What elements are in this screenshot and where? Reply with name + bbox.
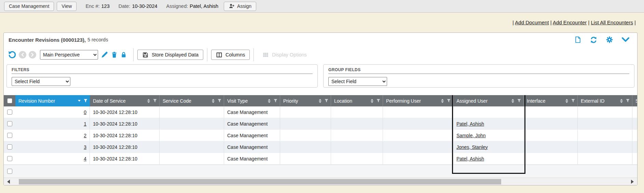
scroll-left-arrow-icon[interactable]	[7, 180, 10, 184]
column-header-interface[interactable]: Interface	[524, 95, 578, 106]
revision-link[interactable]: 3	[84, 144, 86, 150]
columns-icon	[216, 52, 222, 58]
edit-pencil-icon[interactable]	[101, 51, 108, 59]
filter-funnel-icon[interactable]	[274, 99, 277, 103]
scroll-right-arrow-icon[interactable]	[631, 180, 634, 184]
table-row: 210-30-2024 12:28:10Case ManagementSampl…	[4, 130, 637, 141]
sort-icon[interactable]	[319, 99, 321, 103]
column-header-location[interactable]: Location	[331, 95, 383, 106]
header-checkbox-cell	[4, 95, 15, 106]
row-checkbox-cell	[4, 118, 15, 129]
filter-funnel-icon[interactable]	[626, 99, 630, 103]
column-label: Location	[334, 98, 369, 104]
cell-s	[632, 153, 637, 164]
cell-date-of-service: 10-30-2024 12:28:10	[90, 141, 160, 153]
cell-revision: 4	[15, 153, 90, 164]
encounter-revisions-panel: Encounter Revisions (0000123), 5 records	[3, 33, 638, 185]
filters-select-field[interactable]: Select Field	[12, 77, 70, 86]
cell-external-id	[578, 141, 632, 153]
refresh-icon[interactable]	[590, 36, 598, 44]
filter-funnel-icon[interactable]	[447, 99, 451, 103]
filter-funnel-icon[interactable]	[376, 99, 380, 103]
cell-interface	[524, 118, 578, 129]
cell-visit-type: Case Management	[224, 141, 280, 153]
revision-link[interactable]: 2	[84, 133, 86, 138]
collapse-chevron-icon[interactable]	[621, 37, 630, 42]
sort-icon[interactable]	[147, 99, 150, 103]
assigned-user-link[interactable]: Patel, Ashish	[456, 156, 484, 162]
column-header-external-id[interactable]: External ID	[578, 95, 632, 106]
column-header-priority[interactable]: Priority	[280, 95, 331, 106]
toolbar-separator	[207, 48, 207, 61]
view-button[interactable]: View	[57, 2, 77, 11]
filter-funnel-icon[interactable]	[218, 99, 221, 103]
delete-trash-icon[interactable]	[111, 51, 118, 59]
grid-toolbar: Main Perspective	[4, 47, 637, 63]
assign-button[interactable]: Assign	[224, 2, 256, 11]
sort-icon[interactable]	[371, 99, 373, 103]
select-all-checkbox[interactable]	[7, 98, 12, 103]
revision-link[interactable]: 0	[84, 110, 86, 115]
sort-icon[interactable]	[511, 99, 514, 103]
sort-icon[interactable]	[268, 99, 271, 103]
new-row-checkbox[interactable]	[7, 169, 12, 174]
enc-number-value: 123	[101, 3, 110, 9]
perspective-select[interactable]: Main Perspective	[40, 50, 98, 60]
revision-link[interactable]: 4	[84, 156, 86, 162]
cell-performing-user	[383, 106, 453, 118]
action-link-list-all-encounters[interactable]: List All Encounters	[591, 20, 633, 25]
scrollbar-thumb[interactable]	[19, 179, 501, 184]
person-plus-icon	[229, 3, 235, 9]
cell-date-of-service: 10-30-2024 12:28:10	[90, 118, 160, 129]
column-header-performing-user[interactable]: Performing User	[383, 95, 453, 106]
display-options-label: Display Options	[272, 52, 307, 57]
prev-perspective-icon[interactable]	[19, 51, 26, 59]
sort-icon[interactable]	[441, 99, 444, 103]
new-document-icon[interactable]	[574, 36, 581, 43]
columns-button[interactable]: Columns	[211, 50, 250, 60]
revision-link[interactable]: 1	[84, 121, 86, 127]
columns-button-label: Columns	[225, 52, 245, 57]
column-header-visit-type[interactable]: Visit Type	[224, 95, 280, 106]
row-checkbox[interactable]	[7, 144, 12, 150]
sort-icon[interactable]	[565, 99, 568, 103]
column-label: Priority	[283, 98, 317, 104]
table-row: 010-30-2024 12:28:10Case Management	[4, 106, 637, 118]
assigned-user-link[interactable]: Sample, John	[456, 133, 486, 138]
horizontal-scrollbar[interactable]	[4, 178, 637, 185]
cell-performing-user	[383, 118, 453, 129]
sort-icon[interactable]	[620, 99, 623, 103]
column-header-revision-number[interactable]: Revision Number	[15, 95, 90, 106]
assigned-user-link[interactable]: Patel, Ashish	[456, 121, 484, 127]
cell-assigned-user: Sample, John	[453, 130, 524, 141]
sort-icon[interactable]	[212, 99, 215, 103]
filter-funnel-icon[interactable]	[571, 99, 575, 103]
sort-desc-icon[interactable]	[78, 100, 81, 102]
undo-icon[interactable]	[8, 51, 16, 59]
filter-funnel-icon[interactable]	[517, 99, 521, 103]
column-header-s[interactable]: S	[632, 95, 637, 106]
row-checkbox[interactable]	[7, 133, 12, 138]
store-displayed-data-button[interactable]: Store Displayed Data	[137, 50, 203, 60]
row-checkbox[interactable]	[7, 121, 12, 126]
row-checkbox[interactable]	[7, 110, 12, 115]
settings-gear-icon[interactable]	[606, 36, 613, 43]
column-header-service-code[interactable]: Service Code	[160, 95, 224, 106]
assigned-user-link[interactable]: Jones, Stanley	[456, 144, 488, 150]
group-fields-select-field[interactable]: Select Field	[328, 77, 387, 86]
case-management-button[interactable]: Case Management	[4, 2, 54, 11]
filter-funnel-icon[interactable]	[325, 99, 328, 103]
lock-icon[interactable]	[120, 51, 127, 59]
column-header-date-of-service[interactable]: Date of Service	[90, 95, 160, 106]
column-label: Performing User	[386, 98, 440, 104]
row-checkbox[interactable]	[7, 156, 12, 161]
encounter-revisions-table: Revision NumberDate of ServiceService Co…	[4, 95, 637, 185]
filter-funnel-icon[interactable]	[153, 99, 157, 103]
row-checkbox-cell	[4, 141, 15, 153]
filter-funnel-icon[interactable]	[84, 99, 87, 103]
action-link-add-encounter[interactable]: Add Encounter	[553, 20, 587, 25]
next-perspective-icon[interactable]	[29, 51, 36, 59]
cell-location	[331, 118, 383, 129]
column-header-assigned-user[interactable]: Assigned User	[453, 95, 524, 106]
action-link-add-document[interactable]: Add Document	[515, 20, 549, 25]
